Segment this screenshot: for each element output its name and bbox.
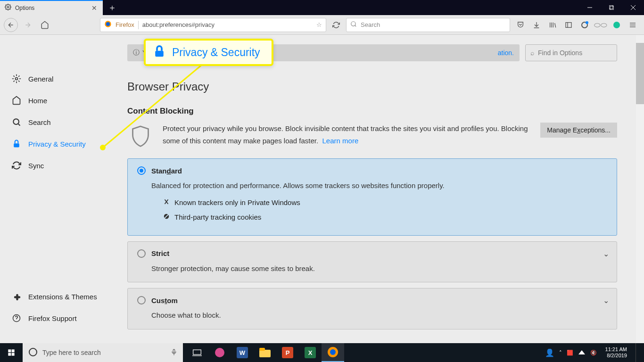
toolbar-icons: ⬭⬭ — [513, 20, 640, 30]
tray-network-icon[interactable] — [578, 349, 586, 356]
svg-point-17 — [16, 78, 18, 80]
search-icon — [350, 21, 357, 29]
url-text: about:preferences#privacy — [142, 21, 313, 28]
cookie-block-icon — [163, 213, 170, 221]
tray-chevron-icon[interactable]: ˄ — [559, 350, 562, 356]
sidebar-item-search[interactable]: Search — [0, 111, 113, 133]
sidebar-item-home[interactable]: Home — [0, 90, 113, 111]
app-word-icon[interactable]: W — [231, 343, 254, 362]
library-icon[interactable] — [548, 20, 557, 30]
browser-navbar: Firefox about:preferences#privacy ☆ Sear… — [0, 15, 644, 35]
svg-point-0 — [7, 6, 9, 8]
search-icon — [11, 117, 22, 127]
svg-point-8 — [351, 22, 355, 26]
taskview-icon[interactable] — [186, 343, 208, 362]
sidebar-item-label: Sync — [28, 162, 44, 170]
windows-taskbar: Type here to search W P X 👤 ˄ 🟥 🔇 11:21 … — [0, 343, 644, 362]
people-icon[interactable]: 👤 — [545, 348, 554, 357]
home-button[interactable] — [38, 18, 52, 32]
chevron-down-icon[interactable]: ⌄ — [603, 249, 609, 258]
maximize-button[interactable] — [601, 0, 622, 15]
minimize-button[interactable] — [579, 0, 601, 15]
bookmark-star-icon[interactable]: ☆ — [316, 21, 322, 28]
extension-dot-icon[interactable] — [580, 20, 589, 30]
option-desc: Choose what to block. — [151, 309, 607, 321]
app-firefox-icon[interactable] — [322, 343, 344, 362]
mask-icon[interactable]: ⬭⬭ — [596, 20, 605, 30]
learn-more-link[interactable]: Learn more — [322, 137, 359, 145]
option-strict[interactable]: ⌄ Strict Stronger protection, may cause … — [127, 241, 617, 283]
back-button[interactable] — [4, 18, 18, 32]
url-bar[interactable]: Firefox about:preferences#privacy ☆ — [100, 18, 326, 32]
radio-custom[interactable] — [137, 296, 146, 304]
app-explorer-icon[interactable] — [254, 343, 276, 362]
sidebar-item-support[interactable]: Firefox Support — [0, 307, 113, 329]
sidebar-icon[interactable] — [564, 20, 573, 30]
sync-icon — [11, 160, 22, 171]
scrollbar-thumb[interactable] — [636, 43, 644, 104]
sidebar-item-general[interactable]: General — [0, 68, 113, 90]
svg-rect-31 — [173, 349, 175, 353]
svg-rect-3 — [610, 6, 614, 10]
browser-tab[interactable]: Options ✕ — [0, 0, 103, 15]
scrollbar[interactable] — [636, 35, 644, 343]
svg-rect-29 — [12, 353, 15, 356]
gear-icon — [5, 4, 11, 12]
cortana-icon — [28, 347, 38, 358]
svg-point-7 — [106, 22, 110, 26]
tray-notifications-icon[interactable] — [636, 343, 642, 362]
app-powerpoint-icon[interactable]: P — [276, 343, 299, 362]
content-blocking-heading: Content Blocking — [127, 107, 617, 116]
window-titlebar: Options ✕ ＋ — [0, 0, 644, 15]
tray-security-icon[interactable]: 🟥 — [567, 350, 573, 356]
tray-clock[interactable]: 11:21 AM 8/2/2019 — [602, 346, 631, 359]
chevron-down-icon[interactable]: ⌄ — [603, 296, 609, 305]
svg-rect-23 — [155, 51, 164, 57]
close-tab-icon[interactable]: ✕ — [91, 4, 98, 12]
preferences-page: General Home Search Privacy & Security S… — [0, 35, 644, 343]
svg-point-13 — [613, 22, 620, 28]
svg-rect-28 — [8, 353, 11, 356]
option-desc: Balanced for protection and performance.… — [151, 180, 607, 192]
downloads-icon[interactable] — [532, 20, 541, 30]
mic-icon[interactable] — [171, 348, 177, 358]
svg-rect-38 — [259, 348, 265, 351]
app-snip-icon[interactable] — [208, 343, 231, 362]
identity-label: Firefox — [116, 21, 134, 28]
info-icon: ⓘ — [133, 49, 140, 57]
option-standard[interactable]: Standard Balanced for protection and per… — [127, 158, 617, 236]
svg-rect-32 — [193, 350, 201, 354]
option-custom[interactable]: ⌄ Custom Choose what to block. — [127, 288, 617, 329]
sidebar-item-label: Home — [28, 97, 47, 105]
search-bar[interactable]: Search — [346, 18, 510, 32]
banner-link[interactable]: ation. — [498, 49, 514, 57]
sidebar-item-privacy[interactable]: Privacy & Security — [0, 133, 113, 155]
content-blocking-description: Protect your privacy while you browse. B… — [163, 123, 531, 149]
new-tab-button[interactable]: ＋ — [103, 0, 122, 15]
sidebar-item-label: Privacy & Security — [28, 140, 86, 148]
window-controls — [579, 0, 644, 15]
option-title: Custom — [151, 296, 178, 304]
radio-standard[interactable] — [137, 166, 146, 175]
reload-button[interactable] — [329, 18, 343, 32]
grammarly-icon[interactable] — [612, 20, 621, 30]
svg-rect-9 — [566, 22, 571, 27]
tray-volume-icon[interactable]: 🔇 — [590, 350, 597, 356]
system-tray: 👤 ˄ 🟥 🔇 11:21 AM 8/2/2019 — [543, 343, 644, 362]
puzzle-icon — [11, 291, 22, 302]
firefox-logo-icon — [104, 20, 112, 29]
start-button[interactable] — [0, 349, 23, 356]
close-window-button[interactable] — [622, 0, 644, 15]
taskbar-search[interactable]: Type here to search — [23, 343, 183, 362]
forward-button[interactable] — [21, 18, 35, 32]
app-excel-icon[interactable]: X — [299, 343, 322, 362]
sidebar-item-extensions[interactable]: Extensions & Themes — [0, 286, 113, 307]
find-in-options[interactable]: ⌕ Find in Options — [525, 44, 617, 61]
manage-exceptions-button[interactable]: Manage Exceptions... — [540, 123, 617, 138]
sidebar-item-sync[interactable]: Sync — [0, 155, 113, 176]
hamburger-menu-icon[interactable] — [628, 20, 637, 30]
sidebar-item-label: Search — [28, 118, 51, 126]
radio-strict[interactable] — [137, 249, 146, 258]
page-title: Browser Privacy — [127, 80, 617, 93]
pocket-icon[interactable] — [516, 20, 525, 30]
